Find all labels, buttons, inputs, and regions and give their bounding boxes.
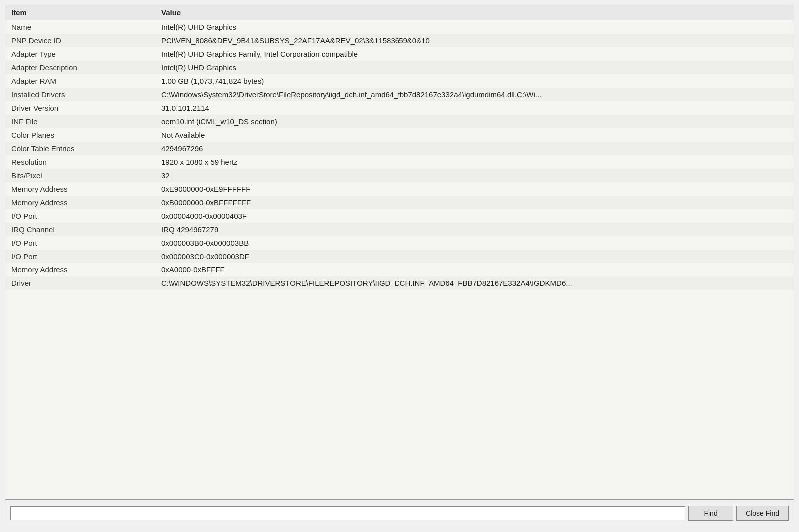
table-row[interactable]: Adapter DescriptionIntel(R) UHD Graphics xyxy=(5,61,794,74)
search-input[interactable] xyxy=(10,506,685,520)
table-row[interactable]: Color Table Entries4294967296 xyxy=(5,142,794,155)
table-cell-item: I/O Port xyxy=(5,250,155,263)
table-cell-value: 0xE9000000-0xE9FFFFFF xyxy=(155,182,794,196)
table-cell-item: INF File xyxy=(5,115,155,128)
table-cell-item: PNP Device ID xyxy=(5,34,155,47)
table-row[interactable]: Memory Address0xB0000000-0xBFFFFFFF xyxy=(5,196,794,209)
table-cell-item: I/O Port xyxy=(5,209,155,223)
table-cell-item: Memory Address xyxy=(5,182,155,196)
bottom-bar: Find Close Find xyxy=(5,500,794,527)
find-button[interactable]: Find xyxy=(688,506,733,521)
table-row[interactable]: I/O Port0x000003C0-0x000003DF xyxy=(5,250,794,263)
table-cell-item: Adapter Type xyxy=(5,47,155,61)
table-cell-item: Driver xyxy=(5,276,155,290)
table-cell-value: 1920 x 1080 x 59 hertz xyxy=(155,155,794,169)
table-row[interactable]: Resolution1920 x 1080 x 59 hertz xyxy=(5,155,794,169)
table-cell-value: IRQ 4294967279 xyxy=(155,223,794,236)
table-cell-item: Color Table Entries xyxy=(5,142,155,155)
table-row[interactable]: NameIntel(R) UHD Graphics xyxy=(5,20,794,34)
table-cell-item: Color Planes xyxy=(5,128,155,142)
table-row[interactable]: Adapter TypeIntel(R) UHD Graphics Family… xyxy=(5,47,794,61)
table-row[interactable]: PNP Device IDPCI\VEN_8086&DEV_9B41&SUBSY… xyxy=(5,34,794,47)
table-row[interactable]: Memory Address0xE9000000-0xE9FFFFFF xyxy=(5,182,794,196)
table-cell-item: Adapter RAM xyxy=(5,74,155,88)
table-row[interactable]: Driver Version31.0.101.2114 xyxy=(5,101,794,115)
table-row[interactable]: DriverC:\WINDOWS\SYSTEM32\DRIVERSTORE\FI… xyxy=(5,276,794,290)
table-cell-value: 31.0.101.2114 xyxy=(155,101,794,115)
table-row[interactable]: I/O Port0x00004000-0x0000403F xyxy=(5,209,794,223)
table-cell-item: Name xyxy=(5,20,155,34)
table-cell-value: Not Available xyxy=(155,128,794,142)
close-find-button[interactable]: Close Find xyxy=(736,506,789,521)
table-cell-value: Intel(R) UHD Graphics xyxy=(155,20,794,34)
table-cell-value: Intel(R) UHD Graphics Family, Intel Corp… xyxy=(155,47,794,61)
data-table: Item Value NameIntel(R) UHD GraphicsPNP … xyxy=(5,5,794,290)
table-row[interactable]: INF Fileoem10.inf (iCML_w10_DS section) xyxy=(5,115,794,128)
table-row[interactable]: Installed DriversC:\Windows\System32\Dri… xyxy=(5,88,794,101)
table-row[interactable]: IRQ ChannelIRQ 4294967279 xyxy=(5,223,794,236)
table-cell-item: Memory Address xyxy=(5,196,155,209)
table-cell-value: 32 xyxy=(155,169,794,182)
table-cell-value: 0x000003C0-0x000003DF xyxy=(155,250,794,263)
table-cell-value: 0xB0000000-0xBFFFFFFF xyxy=(155,196,794,209)
table-header-row: Item Value xyxy=(5,5,794,20)
table-cell-value: Intel(R) UHD Graphics xyxy=(155,61,794,74)
table-cell-item: Resolution xyxy=(5,155,155,169)
column-header-value: Value xyxy=(155,5,794,20)
table-cell-item: Adapter Description xyxy=(5,61,155,74)
table-cell-value: oem10.inf (iCML_w10_DS section) xyxy=(155,115,794,128)
table-cell-item: Bits/Pixel xyxy=(5,169,155,182)
table-row[interactable]: Bits/Pixel32 xyxy=(5,169,794,182)
table-cell-value: 0x00004000-0x0000403F xyxy=(155,209,794,223)
table-cell-value: C:\Windows\System32\DriverStore\FileRepo… xyxy=(155,88,794,101)
table-cell-item: IRQ Channel xyxy=(5,223,155,236)
table-row[interactable]: Color PlanesNot Available xyxy=(5,128,794,142)
table-cell-value: PCI\VEN_8086&DEV_9B41&SUBSYS_22AF17AA&RE… xyxy=(155,34,794,47)
table-cell-value: C:\WINDOWS\SYSTEM32\DRIVERSTORE\FILEREPO… xyxy=(155,276,794,290)
table-cell-value: 4294967296 xyxy=(155,142,794,155)
window-container: Item Value NameIntel(R) UHD GraphicsPNP … xyxy=(0,0,799,532)
table-cell-item: Memory Address xyxy=(5,263,155,276)
table-cell-item: Installed Drivers xyxy=(5,88,155,101)
table-cell-value: 1.00 GB (1,073,741,824 bytes) xyxy=(155,74,794,88)
table-cell-value: 0x000003B0-0x000003BB xyxy=(155,236,794,250)
table-row[interactable]: Memory Address0xA0000-0xBFFFF xyxy=(5,263,794,276)
table-cell-value: 0xA0000-0xBFFFF xyxy=(155,263,794,276)
table-cell-item: I/O Port xyxy=(5,236,155,250)
table-row[interactable]: Adapter RAM1.00 GB (1,073,741,824 bytes) xyxy=(5,74,794,88)
column-header-item: Item xyxy=(5,5,155,20)
table-area: Item Value NameIntel(R) UHD GraphicsPNP … xyxy=(5,5,794,500)
table-cell-item: Driver Version xyxy=(5,101,155,115)
table-row[interactable]: I/O Port0x000003B0-0x000003BB xyxy=(5,236,794,250)
